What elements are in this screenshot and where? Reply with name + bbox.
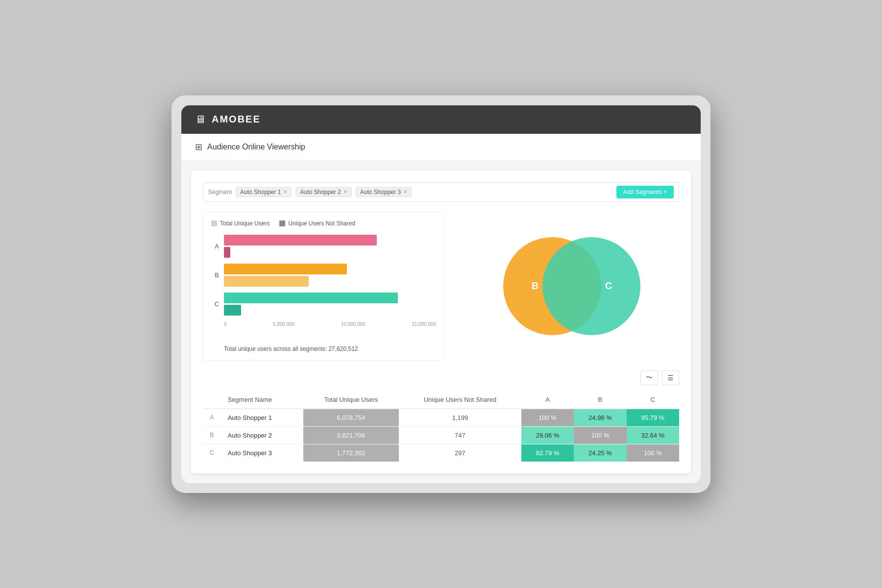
tag-2-close[interactable]: ✕ [343,189,347,195]
table-row-b: B Auto Shopper 2 3,821,706 747 29.06 % 1… [203,426,679,444]
segment-bar: Segment Auto Shopper 1 ✕ Auto Shopper 2 … [203,182,679,202]
chart-legend: Total Unique Users Unique Users Not Shar… [211,220,436,227]
segment-label: Segment [208,189,232,196]
venn-container: B C [454,212,679,361]
bar-label-c: C [211,300,219,308]
bar-a-unique [224,247,230,258]
controls-row: 〜 ☰ [203,370,679,385]
cell-c-b: 24.25 % [574,444,626,462]
tag-3-label: Auto Shopper 3 [360,189,401,196]
segment-name-a: Auto Shopper 1 [221,409,303,427]
page-title: Audience Online Viewership [207,143,305,151]
add-segments-button[interactable]: Add Segments + [616,186,674,198]
charts-area: Total Unique Users Unique Users Not Shar… [203,212,679,361]
data-table: Segment Name Total Unique Users Unique U… [203,391,679,462]
bar-c-unique [224,305,241,316]
segment-tag-1: Auto Shopper 1 ✕ [236,187,292,197]
th-col-c: C [627,391,679,409]
bar-group-c [224,293,436,316]
table-header-row: Segment Name Total Unique Users Unique U… [203,391,679,409]
th-unique-not-shared: Unique Users Not Shared [399,391,521,409]
venn-label-c: C [605,280,612,291]
x-10m: 10,000,000 [341,321,366,327]
legend-unique: Unique Users Not Shared [279,220,355,227]
venn-diagram: B C [489,222,645,350]
segment-tag-2: Auto Shopper 2 ✕ [295,187,351,197]
device-screen: 🖥 AMOBEE ⊞ Audience Online Viewership Se… [181,105,701,483]
x-5m: 5,000,000 [273,321,295,327]
row-label-a: A [203,409,221,427]
venn-label-b: B [531,280,538,291]
x-axis: 0 5,000,000 10,000,000 15,000,000 [211,321,436,327]
unique-not-shared-c: 297 [399,444,521,462]
bar-row-b: B [211,264,436,287]
th-segment-name: Segment Name [221,391,303,409]
cell-b-c: 32.64 % [627,426,679,444]
cell-c-a: 82.79 % [521,444,574,462]
cell-c-c: 100 % [627,444,679,462]
bar-row-c: C [211,293,436,316]
device-wrapper: 🖥 AMOBEE ⊞ Audience Online Viewership Se… [172,96,710,493]
bar-label-a: A [211,243,219,250]
bar-group-b [224,264,436,287]
cell-a-a: 100 % [521,409,574,427]
bar-label-b: B [211,271,219,279]
total-unique-b: 3,821,706 [303,426,399,444]
monitor-icon: 🖥 [195,113,206,126]
th-total-unique: Total Unique Users [303,391,399,409]
th-col-a: A [521,391,574,409]
main-content: Segment Auto Shopper 1 ✕ Auto Shopper 2 … [191,171,691,473]
tag-3-close[interactable]: ✕ [403,189,407,195]
legend-total-label: Total Unique Users [220,220,270,227]
segment-name-b: Auto Shopper 2 [221,426,303,444]
grid-icon: ⊞ [195,142,202,152]
line-chart-button[interactable]: 〜 [640,370,658,385]
bar-chart-container: Total Unique Users Unique Users Not Shar… [203,212,444,361]
row-label-c: C [203,444,221,462]
bar-b-total [224,264,347,274]
cell-b-a: 29.06 % [521,426,574,444]
legend-total-box [211,220,217,226]
total-users-text: Total unique users across all segments: … [211,345,436,352]
table-row-a: A Auto Shopper 1 6,078,754 1,199 100 % 2… [203,409,679,427]
venn-circle-c [542,237,640,335]
tag-1-label: Auto Shopper 1 [240,189,281,196]
legend-unique-label: Unique Users Not Shared [288,220,355,227]
total-unique-a: 6,078,754 [303,409,399,427]
unique-not-shared-a: 1,199 [399,409,521,427]
tag-1-close[interactable]: ✕ [283,189,287,195]
x-0: 0 [224,321,227,327]
brand-name: AMOBEE [212,114,261,125]
bar-b-unique [224,276,309,287]
legend-unique-box [279,220,285,226]
cell-a-c: 95.79 % [627,409,679,427]
x-15m: 15,000,000 [412,321,436,327]
bar-group-a [224,235,436,258]
cell-a-b: 24.98 % [574,409,626,427]
table-row-c: C Auto Shopper 3 1,772,362 297 82.79 % 2… [203,444,679,462]
bar-row-a: A [211,235,436,258]
top-bar: 🖥 AMOBEE [181,105,701,134]
th-col-b: B [574,391,626,409]
page-header: ⊞ Audience Online Viewership [181,134,701,161]
legend-total: Total Unique Users [211,220,270,227]
tag-2-label: Auto Shopper 2 [300,189,341,196]
total-unique-c: 1,772,362 [303,444,399,462]
segment-name-c: Auto Shopper 3 [221,444,303,462]
unique-not-shared-b: 747 [399,426,521,444]
bar-chart: A B [211,235,436,342]
th-row-label [203,391,221,409]
bar-a-total [224,235,377,245]
table-view-button[interactable]: ☰ [662,370,679,385]
segment-tag-3: Auto Shopper 3 ✕ [356,187,412,197]
bar-c-total [224,293,398,303]
cell-b-b: 100 % [574,426,626,444]
row-label-b: B [203,426,221,444]
